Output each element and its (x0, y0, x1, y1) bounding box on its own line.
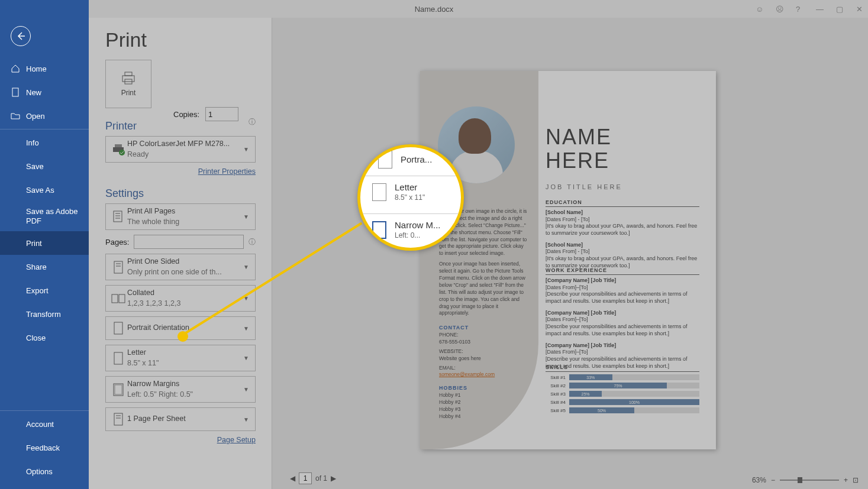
fit-page-button[interactable]: ⊡ (853, 476, 859, 484)
settings-heading: Settings (105, 187, 256, 200)
home-icon (11, 64, 20, 73)
nav-adobe[interactable]: Save as Adobe PDF (0, 202, 89, 231)
margins-icon (113, 383, 124, 396)
zoom-slider[interactable] (780, 480, 839, 481)
svg-rect-0 (12, 88, 18, 96)
nav-new[interactable]: New (0, 80, 89, 104)
nav-print[interactable]: Print (0, 231, 89, 255)
letter-icon (113, 352, 124, 365)
svg-point-6 (119, 150, 125, 156)
nav-close[interactable]: Close (0, 326, 89, 349)
collate-selector[interactable]: Collated1,2,3 1,2,3 1,2,3 ▼ (105, 285, 256, 312)
pages-label: Pages: (105, 238, 129, 247)
page-heading: Print (105, 28, 256, 51)
nav-options[interactable]: Options (0, 459, 89, 483)
svg-rect-20 (114, 413, 122, 425)
minimize-icon[interactable]: — (816, 5, 824, 13)
nav-account[interactable]: Account (0, 412, 89, 436)
svg-rect-2 (125, 72, 132, 76)
zoom-out-button[interactable]: − (771, 476, 775, 484)
folder-icon (11, 111, 20, 121)
maximize-icon[interactable]: ▢ (836, 5, 844, 13)
face-smile-icon[interactable]: ☺ (756, 5, 764, 13)
orientation-selector[interactable]: Portrait Orientation ▼ (105, 316, 256, 340)
page-of-label: of 1 (315, 474, 327, 482)
printer-heading: Printer (105, 120, 137, 132)
print-panel: Print Print Copies: Printer ⓘ HP ColorLa… (89, 18, 272, 489)
back-button[interactable] (11, 26, 31, 46)
print-preview: NAME HERE JOB TITLE HERE To put your own… (272, 18, 868, 489)
page-icon (11, 88, 20, 97)
one-sided-icon (112, 260, 124, 274)
nav-share[interactable]: Share (0, 255, 89, 278)
pages-icon (112, 210, 124, 224)
print-button[interactable]: Print (105, 60, 151, 108)
svg-rect-15 (119, 294, 125, 303)
svg-rect-1 (122, 76, 134, 82)
title-bar: Name.docx ☺ ☹ ? — ▢ ✕ (0, 0, 868, 18)
backstage-nav: Home New Open Info Save Save As Save as … (0, 0, 89, 489)
info-icon[interactable]: ⓘ (249, 237, 256, 247)
portrait-icon (113, 322, 124, 335)
nav-home[interactable]: Home (0, 57, 89, 80)
magnifier-callout: Portra... Letter8.5" x 11" Narrow M...Le… (357, 144, 464, 251)
nav-feedback[interactable]: Feedback (0, 436, 89, 459)
printer-icon (120, 71, 137, 85)
pages-per-sheet-selector[interactable]: 1 Page Per Sheet ▼ (105, 407, 256, 431)
printer-selector[interactable]: HP ColorLaserJet MFP M278...Ready ▼ (105, 136, 256, 163)
svg-rect-14 (112, 294, 118, 303)
arrow-left-icon (16, 31, 25, 41)
next-page-button[interactable]: ▶ (331, 474, 336, 482)
prev-page-button[interactable]: ◀ (290, 474, 295, 482)
sides-selector[interactable]: Print One SidedOnly print on one side of… (105, 254, 256, 280)
info-icon[interactable]: ⓘ (249, 117, 256, 127)
printer-ready-icon (112, 144, 125, 156)
copies-label: Copies: (173, 110, 199, 119)
face-frown-icon[interactable]: ☹ (776, 5, 784, 13)
svg-rect-19 (115, 385, 122, 394)
nav-save[interactable]: Save (0, 154, 89, 178)
svg-rect-17 (114, 352, 122, 364)
nav-open[interactable]: Open (0, 104, 89, 128)
nav-transform[interactable]: Transform (0, 302, 89, 326)
pages-input[interactable] (134, 235, 244, 249)
nav-saveas[interactable]: Save As (0, 178, 89, 202)
page-setup-link[interactable]: Page Setup (105, 436, 256, 444)
nav-export[interactable]: Export (0, 278, 89, 302)
svg-rect-7 (114, 211, 122, 222)
page-navigator: ◀ of 1 ▶ (290, 472, 336, 484)
svg-rect-5 (115, 144, 122, 147)
svg-rect-11 (114, 261, 122, 273)
print-range-selector[interactable]: Print All PagesThe whole thing ▼ (105, 203, 256, 230)
sheet-icon (113, 413, 124, 426)
svg-rect-16 (114, 322, 122, 334)
zoom-bar: 63% − + ⊡ (752, 476, 859, 484)
zoom-in-button[interactable]: + (844, 476, 848, 484)
preview-page: NAME HERE JOB TITLE HERE To put your own… (420, 71, 716, 449)
chevron-down-icon: ▼ (243, 146, 251, 153)
close-icon[interactable]: ✕ (856, 5, 864, 13)
copies-input[interactable] (205, 107, 238, 121)
paper-size-selector[interactable]: Letter8.5" x 11" ▼ (105, 345, 256, 371)
printer-properties-link[interactable]: Printer Properties (105, 167, 256, 176)
document-title: Name.docx (415, 5, 454, 14)
zoom-percent: 63% (752, 476, 766, 484)
resume-job-title: JOB TITLE HERE (546, 183, 622, 190)
collated-icon (111, 293, 125, 305)
nav-info[interactable]: Info (0, 131, 89, 154)
current-page-input[interactable] (299, 472, 312, 484)
margins-selector[interactable]: Narrow MarginsLeft: 0.5" Right: 0.5" ▼ (105, 376, 256, 403)
help-icon[interactable]: ? (796, 5, 804, 13)
resume-name: NAME HERE (546, 125, 612, 172)
